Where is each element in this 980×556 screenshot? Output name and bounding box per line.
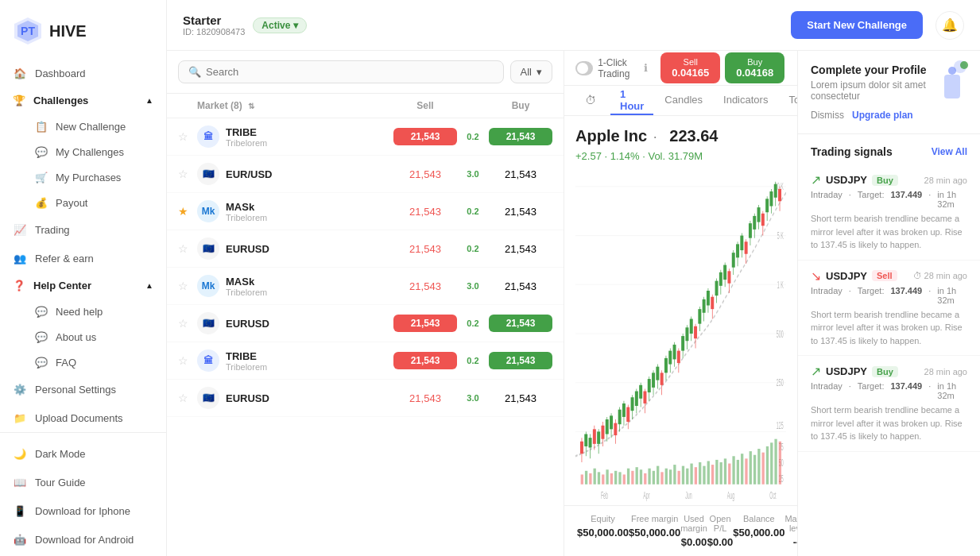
svg-rect-29 [627, 469, 629, 485]
view-all-button[interactable]: View All [932, 146, 967, 157]
svg-rect-133 [719, 272, 722, 286]
svg-rect-40 [673, 465, 676, 485]
star-icon[interactable]: ☆ [178, 354, 197, 367]
filter-chevron-icon: ▾ [536, 66, 542, 78]
sidebar-item-need-help[interactable]: 💬 Need help [0, 299, 166, 324]
sidebar-item-tour[interactable]: 📖 Tour Guide [0, 468, 166, 496]
account-status-badge[interactable]: Active ▾ [253, 17, 307, 33]
sidebar-item-about[interactable]: 💬 About us [0, 324, 166, 349]
sidebar-item-iphone[interactable]: 📱 Download for Iphone [0, 496, 166, 525]
asset-icon: Mk [197, 200, 219, 222]
sidebar-item-darkmode[interactable]: 🌙 Dark Mode [0, 439, 166, 468]
svg-rect-41 [678, 471, 680, 485]
search-input[interactable] [206, 66, 494, 78]
start-new-challenge-button[interactable]: Start New Challenge [791, 11, 923, 39]
stock-price: 223.64 [669, 127, 718, 145]
account-name-text: Starter ID: 1820908473 [183, 14, 245, 37]
svg-rect-129 [711, 297, 714, 309]
market-row[interactable]: ☆ 🏛 TRIBETribelorem 21,543 0.2 21,543 [167, 342, 564, 380]
star-icon[interactable]: ☆ [178, 317, 197, 330]
chart-svg-wrapper: 10 K 5 K 1 K 500 250 125 75 50 25 [575, 162, 786, 505]
notification-button[interactable]: 🔔 [935, 11, 964, 40]
market-row[interactable]: ☆ 🇪🇺 EURUSD 21,543 0.2 21,543 [167, 305, 564, 342]
star-icon[interactable]: ★ [178, 205, 197, 218]
sidebar-item-challenges[interactable]: 🏆 Challenges ▲ [0, 87, 166, 114]
market-row[interactable]: ☆ 🏛 TRIBETribelorem 21,543 0.2 21,543 [167, 118, 564, 156]
sell-price-value: 0.04165 [672, 67, 709, 79]
sidebar-child-label: About us [56, 331, 96, 343]
stat-balance: Balance $50,000.00 [733, 514, 784, 548]
market-col-sell: Sell [393, 100, 457, 111]
svg-rect-33 [644, 473, 646, 485]
sidebar-child-label: Need help [56, 306, 103, 318]
buy-price[interactable]: 21,543 [489, 128, 552, 145]
svg-text:Oct: Oct [769, 490, 776, 501]
star-icon[interactable]: ☆ [178, 130, 197, 143]
sidebar-item-dashboard[interactable]: 🏠 Dashboard [0, 59, 166, 87]
tab-1hour[interactable]: 1 Hour [610, 86, 653, 115]
dismiss-button[interactable]: Dismiss [811, 110, 844, 121]
sidebar-item-refer[interactable]: 👥 Refer & earn [0, 244, 166, 272]
tab-indicators[interactable]: Indicators [714, 86, 777, 115]
market-table-header: Market (8) ⇅ Sell Buy [167, 94, 564, 118]
buy-price[interactable]: 21,543 [489, 315, 552, 332]
sell-price[interactable]: 21,543 [393, 315, 457, 332]
market-row[interactable]: ☆ Mk MASkTribelorem 21,543 3.0 21,543 [167, 268, 564, 305]
sidebar-item-payout[interactable]: 💰 Payout [0, 190, 166, 215]
sidebar-item-upload[interactable]: 📁 Upload Documents [0, 403, 166, 432]
sidebar-child-label: Payout [56, 197, 87, 209]
search-box[interactable]: 🔍 [178, 60, 504, 83]
sidebar-item-personal[interactable]: ⚙️ Personal Settings [0, 375, 166, 403]
svg-rect-115 [681, 336, 684, 351]
settings-icon: ⚙️ [13, 382, 27, 396]
price-chart: 10 K 5 K 1 K 500 250 125 75 50 25 [575, 162, 786, 505]
dashboard-icon: 🏠 [13, 66, 27, 80]
sidebar-item-android[interactable]: 🤖 Download for Android [0, 525, 166, 554]
signal-item: ↗ USDJPY Buy 28 min ago Intraday · Targe… [798, 356, 980, 452]
signal-intraday: Intraday [811, 190, 842, 209]
sidebar-item-trading[interactable]: 📈 Trading [0, 215, 166, 244]
chart-tabs: ⏱ 1 Hour Candles Indicators Tools Multis… [564, 86, 797, 116]
sidebar-item-label: Tour Guide [35, 477, 86, 488]
signal-target-label: Target: [858, 190, 885, 209]
sidebar-item-purchases[interactable]: 🛒 My Purchases [0, 164, 166, 190]
upgrade-button[interactable]: Upgrade plan [852, 110, 913, 121]
buy-price[interactable]: 21,543 [489, 352, 552, 369]
svg-rect-49 [711, 465, 714, 485]
tab-candles[interactable]: Candles [655, 86, 712, 115]
toggle-switch[interactable] [575, 61, 593, 75]
sidebar-item-my-challenges[interactable]: 💬 My Challenges [0, 139, 166, 164]
sidebar-item-new-challenge[interactable]: 📋 New Challenge [0, 114, 166, 139]
svg-rect-103 [656, 367, 659, 380]
sell-price[interactable]: 21,543 [393, 352, 457, 369]
svg-rect-67 [580, 442, 583, 454]
market-row[interactable]: ☆ 🇪🇺 EURUSD 21,543 0.2 21,543 [167, 230, 564, 268]
svg-text:Apr: Apr [643, 490, 649, 501]
market-row[interactable]: ★ Mk MASkTribelorem 21,543 0.2 21,543 [167, 193, 564, 230]
star-icon[interactable]: ☆ [178, 280, 197, 292]
svg-rect-21 [594, 469, 596, 485]
sell-price[interactable]: 21,543 [393, 128, 457, 145]
svg-rect-23 [602, 474, 604, 484]
market-row[interactable]: ☆ 🇪🇺 EURUSD 21,543 3.0 21,543 [167, 380, 564, 417]
one-click-toggle[interactable]: 1-Click Trading ℹ [575, 57, 648, 79]
chevron-down-icon: ▾ [293, 20, 298, 31]
svg-text:5 K: 5 K [777, 230, 784, 241]
svg-rect-56 [741, 454, 743, 485]
tab-tools[interactable]: Tools [779, 86, 797, 115]
sell-price: 21,543 [393, 206, 457, 218]
change-badge: 0.2 [457, 319, 489, 328]
market-row[interactable]: ☆ 🇪🇺 EUR/USD 21,543 3.0 21,543 [167, 156, 564, 193]
sell-button[interactable]: Sell 0.04165 [660, 52, 720, 83]
star-icon[interactable]: ☆ [178, 392, 197, 404]
status-text: Active [261, 20, 290, 31]
sidebar-item-help-center[interactable]: ❓ Help Center ▲ [0, 272, 166, 299]
star-icon[interactable]: ☆ [178, 242, 197, 255]
change-badge: 0.2 [457, 207, 489, 216]
buy-button[interactable]: Buy 0.04168 [725, 52, 784, 83]
filter-select[interactable]: All ▾ [510, 60, 552, 83]
sidebar-item-faq[interactable]: 💬 FAQ [0, 349, 166, 375]
svg-rect-61 [762, 453, 765, 485]
svg-rect-79 [606, 419, 609, 434]
star-icon[interactable]: ☆ [178, 168, 197, 180]
